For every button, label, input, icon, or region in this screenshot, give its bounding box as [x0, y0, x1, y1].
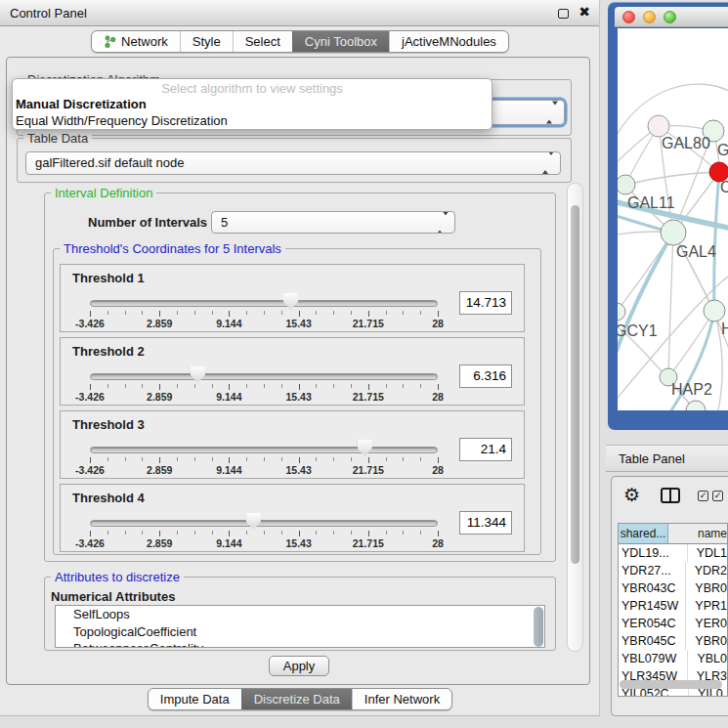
cell-shared-name[interactable]: YER054C — [619, 615, 686, 632]
tick-mark — [107, 384, 108, 388]
column-header-shared-name[interactable]: shared... — [619, 524, 668, 544]
tick-label: 21.715 — [353, 537, 384, 549]
cell-shared-name[interactable]: YDR27... — [619, 562, 686, 579]
content-scrollbar-thumb[interactable] — [571, 205, 579, 564]
tick-mark — [386, 384, 387, 388]
cell-name[interactable]: YBL0 — [688, 650, 727, 667]
threshold-slider-track[interactable] — [90, 447, 438, 453]
attributes-group: Attributes to discretize Numerical Attri… — [44, 577, 556, 651]
network-node[interactable] — [618, 175, 635, 194]
dropdown-option-manual[interactable]: Manual Discretization — [16, 97, 147, 111]
checkbox-icon[interactable]: ✓ — [698, 491, 708, 501]
bottom-tab-strip: Impute DataDiscretize DataInfer Network — [148, 688, 452, 710]
attribute-list-item[interactable]: BetweennessCentrality — [56, 640, 544, 648]
threshold-value-field[interactable]: 21.4 — [459, 438, 512, 461]
node-attribute-table: shared... name YDL19...YDL1YDR27...YDR2Y… — [618, 523, 728, 697]
minimize-traffic-light-icon[interactable] — [643, 11, 656, 23]
cell-name[interactable]: YBR0 — [686, 579, 727, 597]
network-canvas[interactable]: GAL80GACGAL11GAL4GCY1HHAP2 — [618, 28, 728, 410]
network-node[interactable] — [661, 220, 686, 245]
cell-shared-name[interactable]: YBR043C — [619, 579, 686, 597]
cell-name[interactable]: YBR0 — [686, 632, 727, 650]
threshold-value-field[interactable]: 6.316 — [459, 364, 512, 388]
tick-mark — [368, 384, 369, 390]
tab-discretize-data[interactable]: Discretize Data — [241, 689, 352, 709]
content-scrollbar-track[interactable] — [567, 183, 583, 652]
cell-name[interactable]: YDL1 — [688, 544, 727, 562]
list-scrollbar-thumb[interactable] — [534, 607, 543, 647]
tab-select[interactable]: Select — [233, 31, 292, 52]
zoom-traffic-light-icon[interactable] — [664, 11, 676, 23]
network-window-titlebar[interactable] — [615, 7, 728, 27]
attribute-list-item[interactable]: TopologicalCoefficient — [56, 623, 544, 641]
checkbox-icon[interactable]: ✓ — [712, 491, 723, 501]
cell-name[interactable]: YDR2 — [686, 562, 727, 579]
gear-icon[interactable]: ⚙ — [623, 484, 640, 505]
tick-mark — [90, 531, 91, 536]
tab-network[interactable]: Network — [92, 31, 180, 52]
cell-shared-name[interactable]: YBL079W — [619, 650, 688, 667]
table-panel-body: ⚙ ✓ ✓ shared... name YDL19...YDL1YDR27..… — [611, 476, 728, 716]
apply-button[interactable]: Apply — [269, 656, 329, 676]
tab-cyni-toolbox[interactable]: Cyni Toolbox — [292, 31, 389, 52]
numerical-attributes-list[interactable]: SelfLoopsTopologicalCoefficientBetweenne… — [55, 605, 545, 648]
tick-label: 21.715 — [353, 391, 384, 403]
table-data-combobox[interactable]: galFiltered.sif default node — [25, 151, 561, 175]
table-row[interactable]: YBR043CYBR0 — [619, 579, 727, 597]
table-horizontal-scrollbar-thumb[interactable] — [620, 680, 722, 689]
slider-tick-labels: -3.4262.8599.14415.4321.71528 — [90, 537, 438, 549]
threshold-slider-thumb[interactable] — [191, 366, 205, 383]
tick-mark — [264, 311, 265, 315]
attribute-list-item[interactable]: SelfLoops — [56, 606, 544, 623]
table-row[interactable]: YBR045CYBR0 — [619, 632, 727, 650]
tick-mark — [142, 311, 143, 315]
network-edge[interactable] — [668, 311, 714, 377]
threshold-value-field[interactable]: 11.344 — [459, 511, 512, 535]
tab-impute-data[interactable]: Impute Data — [149, 689, 241, 709]
threshold-slider-track[interactable] — [90, 520, 438, 527]
tab-jactivemnodules[interactable]: jActiveMNodules — [389, 31, 508, 52]
dropdown-option-equal-width[interactable]: Equal Width/Frequency Discretization — [16, 113, 228, 128]
network-highlighted-edge[interactable] — [714, 172, 719, 311]
table-row[interactable]: YDR27...YDR2 — [619, 562, 727, 579]
float-window-icon[interactable] — [558, 9, 569, 19]
threshold-slider-thumb[interactable] — [246, 513, 261, 530]
tick-label: 9.144 — [216, 464, 241, 476]
table-row[interactable]: YDL19...YDL1 — [619, 544, 727, 562]
close-window-icon[interactable]: ✖ — [578, 4, 590, 20]
tick-mark — [420, 531, 421, 535]
network-edge[interactable] — [625, 172, 719, 185]
tick-mark — [159, 531, 160, 536]
network-node[interactable] — [704, 300, 725, 321]
tick-mark — [368, 531, 369, 536]
tick-label: 2.859 — [147, 537, 172, 549]
cell-shared-name[interactable]: YDL19... — [619, 544, 688, 562]
tab-infer-network[interactable]: Infer Network — [352, 689, 451, 709]
close-traffic-light-icon[interactable] — [622, 11, 635, 23]
threshold-slider-track[interactable] — [90, 300, 438, 307]
network-node-label: H — [721, 321, 728, 337]
network-node[interactable] — [618, 303, 625, 321]
threshold-value-field[interactable]: 14.713 — [459, 291, 512, 315]
tick-mark — [90, 384, 91, 390]
number-of-intervals-combobox[interactable]: 5 — [211, 211, 455, 234]
column-header-name[interactable]: name — [668, 524, 727, 544]
table-row[interactable]: YER054CYER0 — [619, 615, 727, 632]
tick-mark — [194, 311, 195, 315]
cell-shared-name[interactable]: YPR145W — [619, 597, 686, 615]
tab-style[interactable]: Style — [180, 31, 233, 52]
network-edge[interactable] — [668, 233, 673, 377]
table-row[interactable]: YBL079WYBL0 — [619, 650, 727, 667]
table-row[interactable]: YPR145WYPR1 — [619, 597, 727, 615]
cell-name[interactable]: YPR1 — [686, 597, 727, 615]
tick-mark — [229, 457, 230, 463]
threshold-slider-thumb[interactable] — [358, 440, 372, 456]
tick-mark — [420, 457, 421, 461]
threshold-slider-track[interactable] — [90, 373, 438, 380]
threshold-slider-thumb[interactable] — [283, 293, 298, 310]
cell-name[interactable]: YER0 — [686, 615, 727, 632]
cell-shared-name[interactable]: YBR045C — [619, 632, 686, 650]
network-highlighted-edge[interactable] — [618, 233, 673, 370]
split-columns-icon[interactable] — [661, 488, 680, 503]
network-node[interactable] — [648, 115, 669, 137]
